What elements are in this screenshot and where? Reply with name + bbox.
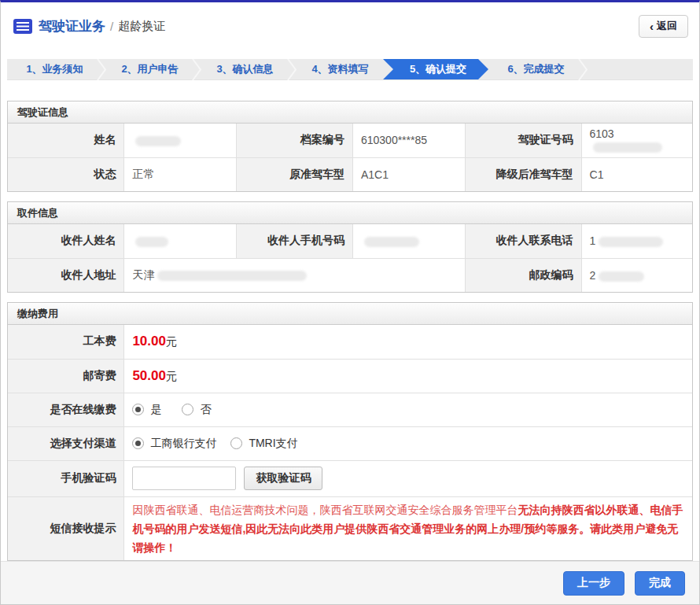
downgraded-class-label: 降级后准驾车型	[465, 157, 581, 191]
channel-tmri-option[interactable]: TMRI支付	[230, 437, 297, 451]
table-row: 短信接收提示 因陕西省联通、电信运营商技术问题，陕西省互联网交通安全综合服务管理…	[8, 496, 692, 560]
redacted-value	[135, 237, 168, 247]
recipient-mobile-value	[352, 224, 465, 258]
step-label: 2、用户申告	[121, 62, 178, 76]
license-info-table: 姓名 档案编号 610300****85 驾驶证号码 6103 状态 正常 原准…	[8, 124, 692, 191]
step-label: 4、资料填写	[311, 62, 368, 76]
postcode-label: 邮政编码	[465, 258, 581, 292]
downgraded-class-value: C1	[581, 157, 692, 191]
production-fee-amount: 10.00	[132, 334, 166, 349]
footer-action-bar: 上一步 完成	[1, 561, 699, 604]
online-pay-yes-label: 是	[150, 403, 161, 417]
table-row: 手机验证码 获取验证码	[8, 460, 692, 496]
back-button-label: 返回	[657, 19, 677, 33]
step-1-business-notice[interactable]: 1、业务须知	[7, 59, 102, 79]
step-label: 5、确认提交	[410, 62, 466, 76]
list-icon	[13, 19, 32, 34]
production-fee-value: 10.00元	[124, 325, 692, 359]
orig-class-value: A1C1	[352, 157, 465, 191]
previous-step-button[interactable]: 上一步	[563, 571, 624, 596]
table-row: 是否在线缴费 是 否	[8, 393, 692, 426]
recipient-name-label: 收件人姓名	[8, 224, 124, 258]
radio-checked-icon[interactable]	[132, 437, 144, 449]
channel-tmri-label: TMRI支付	[249, 437, 297, 451]
step-bar-filler	[584, 59, 693, 79]
table-row: 收件人地址 天津 邮政编码 2	[8, 258, 692, 292]
fee-unit: 元	[166, 335, 177, 348]
page-title: 驾驶证业务	[39, 17, 105, 35]
redacted-value	[599, 271, 644, 282]
step-4-fill-materials[interactable]: 4、资料填写	[293, 59, 388, 79]
table-row: 选择支付渠道 工商银行支付 TMRI支付	[8, 426, 692, 460]
recipient-address-value: 天津	[124, 258, 465, 292]
step-3-confirm-info[interactable]: 3、确认信息	[197, 59, 293, 79]
breadcrumb-separator: /	[110, 20, 113, 33]
table-row: 收件人姓名 收件人手机号码 收件人联系电话 1	[8, 224, 692, 258]
sms-tip-normal: 因陕西省联通、电信运营商技术问题，陕西省互联网交通安全综合服务管理平台	[132, 504, 518, 516]
sms-code-input[interactable]	[132, 467, 236, 490]
get-code-button[interactable]: 获取验证码	[244, 467, 322, 490]
channel-icbc-option[interactable]: 工商银行支付	[132, 437, 216, 451]
recipient-name-value	[124, 224, 237, 258]
online-pay-no-label: 否	[200, 403, 211, 417]
step-label: 1、业务须知	[26, 62, 83, 76]
online-pay-options: 是 否	[124, 393, 692, 426]
license-info-section: 驾驶证信息 姓名 档案编号 610300****85 驾驶证号码 6103 状态…	[7, 101, 693, 192]
channel-label: 选择支付渠道	[8, 426, 124, 460]
license-info-section-title: 驾驶证信息	[8, 101, 692, 124]
step-2-user-declaration[interactable]: 2、用户申告	[102, 59, 197, 79]
table-row: 工本费 10.00元	[8, 325, 692, 359]
postage-fee-label: 邮寄费	[8, 359, 124, 393]
step-wizard: 1、业务须知 2、用户申告 3、确认信息 4、资料填写 5、确认提交 6、完成提…	[7, 59, 693, 80]
sms-code-label: 手机验证码	[8, 460, 124, 496]
name-label: 姓名	[8, 124, 124, 157]
radio-unchecked-icon[interactable]	[182, 404, 193, 415]
online-pay-no-option[interactable]: 否	[182, 403, 211, 417]
radio-checked-icon[interactable]	[132, 404, 144, 415]
redacted-value	[599, 237, 663, 247]
license-no-label: 驾驶证号码	[465, 124, 581, 157]
sms-code-cell: 获取验证码	[124, 460, 692, 496]
production-fee-label: 工本费	[8, 325, 124, 359]
redacted-value	[135, 136, 181, 146]
step-label: 6、完成提交	[507, 62, 564, 76]
redacted-value	[593, 142, 662, 153]
channel-icbc-label: 工商银行支付	[150, 437, 216, 451]
sms-tip-label: 短信接收提示	[8, 496, 124, 560]
file-no-label: 档案编号	[237, 124, 353, 157]
fee-unit: 元	[166, 370, 177, 382]
postage-fee-amount: 50.00	[132, 368, 166, 383]
step-divider-icon	[97, 59, 106, 80]
pickup-info-table: 收件人姓名 收件人手机号码 收件人联系电话 1 收件人地址 天津 邮政编码 2	[8, 224, 692, 292]
online-pay-label: 是否在线缴费	[8, 393, 124, 426]
sms-tip-text: 因陕西省联通、电信运营商技术问题，陕西省互联网交通安全综合服务管理平台无法向持陕…	[124, 496, 692, 560]
channel-options: 工商银行支付 TMRI支付	[124, 426, 692, 460]
table-row: 邮寄费 50.00元	[8, 359, 692, 393]
step-divider-icon	[192, 59, 201, 80]
redacted-value	[157, 271, 307, 281]
name-value	[124, 124, 237, 157]
radio-unchecked-icon[interactable]	[230, 437, 242, 449]
header: 驾驶证业务 / 超龄换证 ‹ 返回	[1, 2, 699, 50]
recipient-address-label: 收件人地址	[8, 258, 124, 292]
license-no-value: 6103	[581, 124, 692, 157]
breadcrumb-current: 超龄换证	[118, 19, 165, 34]
step-label: 3、确认信息	[216, 62, 273, 76]
payment-table: 工本费 10.00元 邮寄费 50.00元 是否在线缴费 是	[8, 325, 692, 560]
step-5-confirm-submit-active[interactable]: 5、确认提交	[383, 59, 488, 79]
status-label: 状态	[8, 157, 124, 191]
recipient-phone-label: 收件人联系电话	[465, 224, 581, 258]
file-no-value: 610300****85	[352, 124, 465, 157]
orig-class-label: 原准驾车型	[237, 157, 353, 191]
back-button[interactable]: ‹ 返回	[639, 15, 688, 38]
step-divider-icon	[287, 59, 297, 80]
step-6-complete-submit[interactable]: 6、完成提交	[488, 59, 584, 79]
page: 驾驶证业务 / 超龄换证 ‹ 返回 1、业务须知 2、用户申告 3、确认信息 4…	[0, 0, 700, 605]
chevron-left-icon: ‹	[650, 20, 654, 32]
table-row: 姓名 档案编号 610300****85 驾驶证号码 6103	[8, 124, 692, 157]
online-pay-yes-option[interactable]: 是	[132, 403, 161, 417]
redacted-value	[364, 237, 419, 247]
finish-button[interactable]: 完成	[635, 571, 685, 596]
payment-section-title: 缴纳费用	[8, 303, 692, 325]
status-value: 正常	[124, 157, 237, 191]
